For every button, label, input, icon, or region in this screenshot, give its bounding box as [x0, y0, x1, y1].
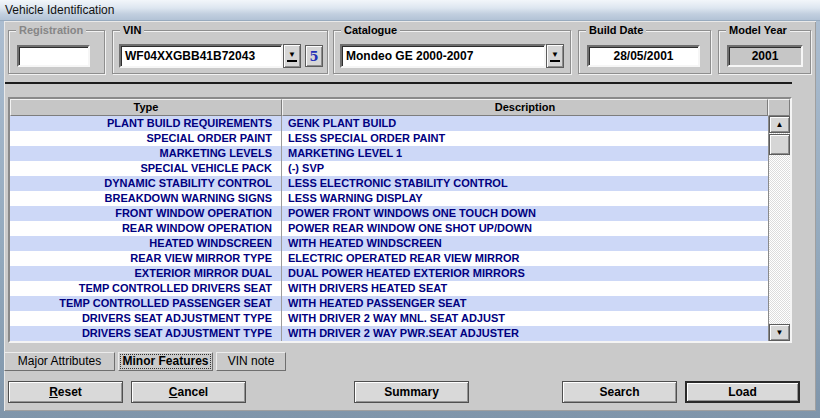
features-table: Type Description PLANT BUILD REQUIREMENT…	[8, 97, 792, 343]
description-cell: LESS SPECIAL ORDER PAINT	[282, 131, 768, 146]
type-cell: EXTERIOR MIRROR DUAL	[10, 266, 282, 281]
column-header-description[interactable]: Description	[282, 99, 768, 116]
type-cell: SPECIAL ORDER PAINT	[10, 131, 282, 146]
description-cell: WITH DRIVERS HEATED SEAT	[282, 281, 768, 296]
build-date-label: Build Date	[586, 24, 646, 36]
table-row[interactable]: SPECIAL ORDER PAINT LESS SPECIAL ORDER P…	[10, 131, 768, 146]
table-row[interactable]: BREAKDOWN WARNING SIGNS LESS WARNING DIS…	[10, 191, 768, 206]
window-title: Vehicle Identification	[5, 0, 114, 21]
vin-label: VIN	[120, 24, 144, 36]
table-row[interactable]: REAR WINDOW OPERATION POWER REAR WINDOW …	[10, 221, 768, 236]
table-row[interactable]: PLANT BUILD REQUIREMENTS GENK PLANT BUIL…	[10, 116, 768, 131]
scroll-up-icon: ▲	[776, 121, 784, 129]
type-cell: HEATED WINDSCREEN	[10, 236, 282, 251]
separator-line	[5, 82, 792, 84]
description-cell: LESS ELECTRONIC STABILITY CONTROL	[282, 176, 768, 191]
table-row[interactable]: SPECIAL VEHICLE PACK (-) SVP	[10, 161, 768, 176]
tab-major-attributes[interactable]: Major Attributes	[4, 352, 115, 371]
column-header-spacer	[768, 99, 790, 116]
type-cell: BREAKDOWN WARNING SIGNS	[10, 191, 282, 206]
table-row[interactable]: TEMP CONTROLLED DRIVERS SEAT WITH DRIVER…	[10, 281, 768, 296]
type-cell: REAR WINDOW OPERATION	[10, 221, 282, 236]
type-cell: SPECIAL VEHICLE PACK	[10, 161, 282, 176]
table-header: Type Description	[10, 99, 790, 116]
registration-input[interactable]	[17, 45, 90, 67]
description-cell: GENK PLANT BUILD	[282, 116, 768, 131]
description-cell: WITH DRIVER 2 WAY MNL. SEAT ADJUST	[282, 311, 768, 326]
catalogue-dropdown-button[interactable]: ▼	[546, 44, 564, 68]
description-cell: POWER FRONT WINDOWS ONE TOUCH DOWN	[282, 206, 768, 221]
scrollbar-thumb[interactable]	[769, 134, 790, 155]
description-cell: WITH HEATED WINDSCREEN	[282, 236, 768, 251]
table-row[interactable]: DRIVERS SEAT ADJUSTMENT TYPE WITH DRIVER…	[10, 326, 768, 341]
tab-minor-features[interactable]: Minor Features	[118, 352, 213, 371]
description-cell: ELECTRIC OPERATED REAR VIEW MIRROR	[282, 251, 768, 266]
type-cell: DRIVERS SEAT ADJUSTMENT TYPE	[10, 326, 282, 341]
type-cell: TEMP CONTROLLED DRIVERS SEAT	[10, 281, 282, 296]
dialog-content: Registration VIN WF04XXGBB41B72043 ▼ 5 C…	[4, 21, 816, 411]
combobox-arrow-icon: ▼	[287, 51, 297, 62]
description-cell: DUAL POWER HEATED EXTERIOR MIRRORS	[282, 266, 768, 281]
registration-label: Registration	[16, 24, 86, 36]
table-row[interactable]: DRIVERS SEAT ADJUSTMENT TYPE WITH DRIVER…	[10, 311, 768, 326]
catalogue-label: Catalogue	[341, 24, 400, 36]
type-cell: REAR VIEW MIRROR TYPE	[10, 251, 282, 266]
table-row[interactable]: TEMP CONTROLLED PASSENGER SEAT WITH HEAT…	[10, 296, 768, 311]
column-header-type[interactable]: Type	[10, 99, 282, 116]
description-cell: MARKETING LEVEL 1	[282, 146, 768, 161]
model-year-label: Model Year	[726, 24, 790, 36]
combobox-arrow-icon: ▼	[550, 51, 560, 62]
build-date-input[interactable]: 28/05/2001	[587, 45, 700, 67]
vin-reset-icon: 5	[309, 50, 318, 63]
search-button[interactable]: Search	[562, 381, 677, 403]
registration-group: Registration	[8, 30, 105, 74]
scroll-up-button[interactable]: ▲	[769, 116, 790, 133]
model-year-group: Model Year 2001	[718, 30, 811, 74]
reset-button[interactable]: Reset	[8, 381, 123, 403]
scroll-down-icon: ▼	[776, 329, 784, 337]
table-rows: PLANT BUILD REQUIREMENTS GENK PLANT BUIL…	[10, 116, 768, 341]
vin-group: VIN WF04XXGBB41B72043 ▼ 5	[112, 30, 328, 74]
vin-input[interactable]: WF04XXGBB41B72043	[119, 44, 283, 68]
vin-dropdown-button[interactable]: ▼	[283, 44, 301, 68]
description-cell: LESS WARNING DISPLAY	[282, 191, 768, 206]
build-date-group: Build Date 28/05/2001	[578, 30, 711, 74]
type-cell: FRONT WINDOW OPERATION	[10, 206, 282, 221]
table-row[interactable]: EXTERIOR MIRROR DUAL DUAL POWER HEATED E…	[10, 266, 768, 281]
description-cell: WITH HEATED PASSENGER SEAT	[282, 296, 768, 311]
table-row[interactable]: HEATED WINDSCREEN WITH HEATED WINDSCREEN	[10, 236, 768, 251]
cancel-button[interactable]: Cancel	[131, 381, 246, 403]
catalogue-input[interactable]: Mondeo GE 2000-2007	[340, 44, 546, 68]
description-cell: (-) SVP	[282, 161, 768, 176]
vehicle-identification-window: Vehicle Identification Registration VIN …	[0, 0, 820, 418]
description-cell: POWER REAR WINDOW ONE SHOT UP/DOWN	[282, 221, 768, 236]
type-cell: TEMP CONTROLLED PASSENGER SEAT	[10, 296, 282, 311]
title-bar[interactable]: Vehicle Identification	[0, 0, 820, 21]
type-cell: MARKETING LEVELS	[10, 146, 282, 161]
type-cell: DYNAMIC STABILITY CONTROL	[10, 176, 282, 191]
load-button[interactable]: Load	[685, 381, 800, 403]
vertical-scrollbar[interactable]: ▲ ▼	[768, 116, 790, 341]
table-row[interactable]: DYNAMIC STABILITY CONTROL LESS ELECTRONI…	[10, 176, 768, 191]
model-year-value: 2001	[727, 45, 803, 67]
tab-vin-note[interactable]: VIN note	[216, 352, 286, 371]
table-row[interactable]: REAR VIEW MIRROR TYPE ELECTRIC OPERATED …	[10, 251, 768, 266]
description-cell: WITH DRIVER 2 WAY PWR.SEAT ADJUSTER	[282, 326, 768, 341]
table-row[interactable]: MARKETING LEVELS MARKETING LEVEL 1	[10, 146, 768, 161]
summary-button[interactable]: Summary	[354, 381, 469, 403]
scroll-down-button[interactable]: ▼	[769, 324, 790, 341]
type-cell: PLANT BUILD REQUIREMENTS	[10, 116, 282, 131]
type-cell: DRIVERS SEAT ADJUSTMENT TYPE	[10, 311, 282, 326]
catalogue-group: Catalogue Mondeo GE 2000-2007 ▼	[333, 30, 571, 74]
table-row[interactable]: FRONT WINDOW OPERATION POWER FRONT WINDO…	[10, 206, 768, 221]
vin-reset-button[interactable]: 5	[305, 45, 323, 67]
